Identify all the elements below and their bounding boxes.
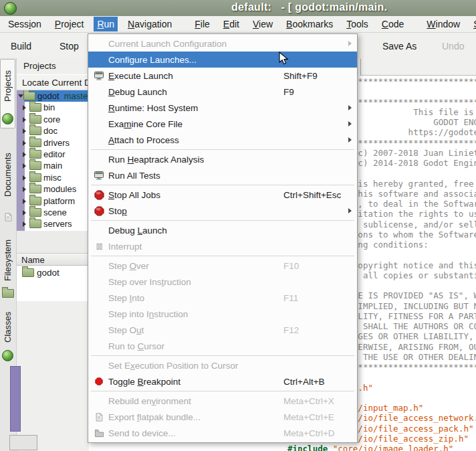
- menubar-item-tools[interactable]: Tools: [343, 17, 372, 31]
- expand-arrow-icon[interactable]: [23, 221, 26, 227]
- dock-tab-documents[interactable]: Documents: [0, 137, 15, 228]
- blank-icon: [91, 395, 107, 407]
- expand-arrow-icon[interactable]: [23, 163, 26, 169]
- folder-icon: [29, 197, 41, 205]
- menubar-item-run[interactable]: Run: [94, 17, 118, 31]
- code-line: #include "core/io/image_loader.h": [287, 444, 476, 451]
- tree-item-editor[interactable]: editor: [17, 149, 89, 160]
- menubar-item-edit[interactable]: Edit: [220, 17, 243, 31]
- tree-item-servers[interactable]: servers: [17, 218, 89, 230]
- menu-item-examine-core-file[interactable]: Examine Core File: [88, 116, 357, 132]
- menu-item-shortcut: Shift+F9: [283, 71, 318, 81]
- menu-item-debug-launch[interactable]: Debug Launch: [88, 222, 357, 238]
- tree-item-bin[interactable]: bin: [17, 102, 89, 113]
- menu-item-send-to-device[interactable]: Send to device...Meta+Ctrl+D: [88, 425, 357, 441]
- menu-item-rebuild-environment[interactable]: Rebuild environmentMeta+Ctrl+X: [88, 393, 357, 409]
- menu-item-export-flatpak-bundle[interactable]: Export flatpak bundle...Meta+Ctrl+E: [88, 409, 357, 425]
- blank-icon: [91, 308, 107, 320]
- menu-item-step-into[interactable]: Step IntoF11: [88, 290, 357, 306]
- menu-item-configure-launches[interactable]: Configure Launches...: [88, 52, 357, 68]
- menu-item-label: Interrupt: [108, 242, 142, 252]
- menubar-item-window[interactable]: Window: [423, 17, 463, 31]
- menu-item-set-execution-position-to-cursor[interactable]: Set Execution Position to Cursor: [88, 357, 357, 373]
- stop-button[interactable]: Stop: [60, 41, 79, 52]
- menubar-item-bookmarks[interactable]: Bookmarks: [283, 17, 336, 31]
- menubar-item-navigation[interactable]: Navigation: [124, 17, 175, 31]
- document-icon: [3, 212, 13, 224]
- tree-item-godot[interactable]: godot master: [17, 90, 89, 102]
- expand-arrow-icon[interactable]: [23, 175, 26, 181]
- undo-button[interactable]: Undo: [442, 41, 464, 52]
- dock-tab-projects[interactable]: Projects: [0, 59, 15, 128]
- menu-item-label: Debug Launch: [108, 87, 167, 97]
- tree-item-drivers[interactable]: drivers: [17, 137, 89, 149]
- menu-item-debug-launch[interactable]: Debug LaunchF9: [88, 84, 357, 100]
- expand-arrow-icon[interactable]: [23, 117, 26, 122]
- collapse-arrow-icon[interactable]: [18, 94, 23, 98]
- expand-arrow-icon[interactable]: [23, 152, 26, 157]
- tree-item-main[interactable]: main: [17, 160, 89, 171]
- expand-arrow-icon[interactable]: [23, 128, 26, 134]
- menu-item-current-launch-configuration[interactable]: Current Launch Configuration: [88, 35, 357, 52]
- menu-item-label: Configure Launches...: [108, 55, 197, 65]
- blank-icon: [91, 359, 107, 371]
- blank-icon: [91, 276, 107, 288]
- menu-item-run-all-tests[interactable]: Run All Tests: [88, 167, 357, 183]
- blank-icon: [91, 153, 107, 165]
- project-selection-list: godot: [17, 266, 89, 301]
- menubar-item-code[interactable]: Code: [378, 17, 407, 31]
- blank-icon: [91, 340, 107, 352]
- folder-icon: [22, 268, 34, 277]
- menu-item-runtime-host-system[interactable]: Runtime: Host System: [88, 100, 357, 116]
- build-button[interactable]: Build: [11, 41, 31, 52]
- tree-item-misc[interactable]: misc: [17, 172, 89, 183]
- menu-item-step-into-instruction[interactable]: Step into Instruction: [88, 306, 357, 322]
- menu-item-step-over-instruction[interactable]: Step over Instruction: [88, 274, 357, 290]
- menubar-item-settings[interactable]: Settings: [470, 17, 476, 31]
- menu-item-toggle-breakpoint[interactable]: Toggle BreakpointCtrl+Alt+B: [88, 373, 357, 389]
- expand-arrow-icon[interactable]: [23, 141, 26, 146]
- menu-item-step-out[interactable]: Step OutF12: [88, 322, 357, 338]
- dock-tab-filesystem[interactable]: Filesystem: [0, 231, 15, 301]
- run-menu-popup: Current Launch ConfigurationConfigure La…: [88, 33, 358, 443]
- dock-tab-label: Projects: [3, 60, 13, 113]
- tree-item-scene[interactable]: scene: [17, 207, 89, 218]
- menubar-item-file[interactable]: File: [191, 17, 213, 31]
- expand-arrow-icon[interactable]: [23, 210, 26, 215]
- blank-icon: [91, 118, 107, 130]
- working-set-button[interactable]: [10, 366, 21, 432]
- tree-item-core[interactable]: core: [17, 114, 89, 125]
- expand-arrow-icon[interactable]: [23, 199, 26, 204]
- expand-arrow-icon[interactable]: [23, 187, 26, 192]
- menu-item-shortcut: F12: [283, 325, 299, 335]
- tree-item-platform[interactable]: platform: [17, 195, 89, 207]
- menu-item-run-to-cursor[interactable]: Run to Cursor: [88, 338, 357, 354]
- menu-item-stop-all-jobs[interactable]: Stop All JobsCtrl+Shift+Esc: [88, 187, 357, 203]
- locate-current-document-button[interactable]: Locate Current Document: [17, 74, 89, 90]
- menu-item-label: Runtime: Host System: [108, 103, 198, 113]
- menu-item-step-over[interactable]: Step OverF10: [88, 258, 357, 274]
- menu-item-execute-launch[interactable]: Execute LaunchShift+F9: [88, 68, 357, 84]
- menu-item-shortcut: F10: [283, 261, 299, 271]
- tree-item-modules[interactable]: modules: [17, 183, 89, 195]
- kdevelop-window: default: - [ godot:main/main. SessionPro…: [0, 0, 476, 451]
- menu-item-interrupt[interactable]: Interrupt: [88, 238, 357, 254]
- menu-item-stop[interactable]: Stop: [88, 203, 357, 219]
- save-as-button[interactable]: Save As: [382, 41, 416, 52]
- menu-item-label: Execute Launch: [108, 71, 173, 81]
- menu-item-label: Run Heaptrack Analysis: [108, 155, 204, 165]
- stop-icon: [91, 189, 107, 201]
- tree-item-label: drivers: [43, 138, 70, 148]
- menubar-item-view[interactable]: View: [249, 17, 276, 31]
- menubar-item-session[interactable]: Session: [5, 17, 45, 31]
- menu-item-shortcut: Ctrl+Alt+B: [283, 377, 325, 387]
- menubar-item-project[interactable]: Project: [51, 17, 88, 31]
- menu-item-run-heaptrack-analysis[interactable]: Run Heaptrack Analysis: [88, 151, 357, 167]
- expand-arrow-icon[interactable]: [23, 105, 26, 110]
- monitor-icon: [91, 70, 107, 82]
- list-column-header-name[interactable]: Name: [17, 253, 89, 266]
- list-row-godot[interactable]: godot: [17, 266, 89, 280]
- tree-item-doc[interactable]: doc: [17, 125, 89, 137]
- menu-item-attach-to-process[interactable]: Attach to Process: [88, 132, 357, 148]
- dock-tab-classes[interactable]: Classes: [0, 304, 15, 365]
